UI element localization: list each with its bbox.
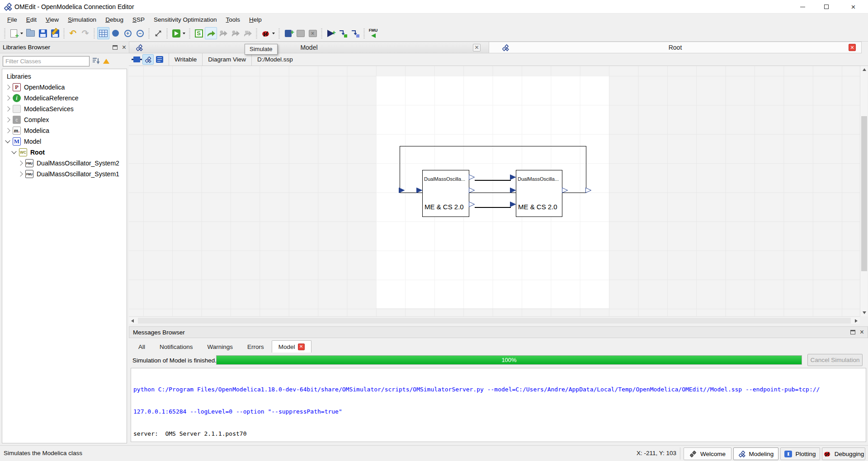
menu-simulation[interactable]: Simulation [63, 14, 101, 25]
component-dualmassoscillator-system1[interactable]: DualMassOscilla... ME & CS 2.0 [422, 170, 469, 217]
open-file-button[interactable] [24, 27, 37, 39]
menu-tools[interactable]: Tools [222, 14, 245, 25]
messages-tab-errors[interactable]: Errors [241, 340, 271, 353]
collapse-chevron-icon[interactable] [11, 149, 16, 154]
menu-ssp[interactable]: SSP [128, 14, 149, 25]
perspective-debugging-button[interactable]: Debugging [822, 447, 865, 460]
perspective-modeling-button[interactable]: Modeling [733, 447, 778, 460]
horizontal-scroll-thumb[interactable] [138, 318, 851, 324]
messages-close-icon[interactable]: × [860, 329, 864, 336]
new-oms-simulation-button[interactable] [282, 27, 294, 39]
fit-to-diagram-button[interactable] [152, 27, 164, 39]
expand-chevron-icon[interactable] [5, 85, 10, 89]
reset-zoom-button[interactable] [109, 27, 122, 39]
output-port-icon[interactable] [562, 188, 568, 193]
vertical-scrollbar[interactable] [860, 66, 868, 316]
redo-button[interactable]: ↷ [79, 27, 91, 39]
save-button[interactable] [37, 27, 49, 39]
save-as-button[interactable] [49, 27, 61, 39]
minimize-button[interactable] [791, 0, 814, 14]
tree-item-model[interactable]: Model [2, 136, 127, 147]
tree-item-modelica[interactable]: Modelica [2, 125, 127, 136]
add-bus-button[interactable] [349, 27, 361, 39]
simulate-algorithmic-debugger-button[interactable] [229, 27, 241, 39]
simulate-button[interactable] [205, 27, 217, 39]
scroll-to-active-icon[interactable] [92, 57, 100, 65]
horizontal-scrollbar[interactable] [129, 316, 860, 324]
expand-chevron-icon[interactable] [5, 117, 10, 122]
import-export-fmu-button[interactable]: FMU [367, 27, 379, 39]
tree-item-dualmassoscillator-system1[interactable]: DualMassOscillator_System1 [2, 169, 127, 179]
connection-line[interactable] [475, 180, 511, 181]
expand-chevron-icon[interactable] [5, 128, 10, 133]
add-submodel-button[interactable] [337, 27, 349, 39]
connection-line[interactable] [475, 207, 511, 208]
menu-help[interactable]: Help [245, 14, 266, 25]
scroll-down-icon[interactable] [863, 311, 866, 314]
output-port-icon[interactable] [469, 174, 475, 180]
tree-item-complex[interactable]: Complex [2, 114, 127, 125]
check-model-button[interactable] [170, 27, 182, 39]
perspective-welcome-button[interactable]: Welcome [684, 447, 731, 460]
expand-chevron-icon[interactable] [5, 95, 10, 100]
zoom-out-button[interactable]: − [134, 27, 146, 39]
diagram-canvas[interactable]: DualMassOscilla... ME & CS 2.0 DualMassO… [129, 66, 860, 316]
messages-tab-all[interactable]: All [132, 340, 152, 353]
system-output-port-icon[interactable] [585, 188, 591, 193]
simulate-transformational-debugger-button[interactable] [217, 27, 229, 39]
filter-classes-input[interactable] [3, 56, 90, 66]
undo-button[interactable]: ↶ [67, 27, 79, 39]
writable-button[interactable]: Writable [173, 56, 198, 63]
tree-item-dualmassoscillator-system2[interactable]: DualMassOscillator_System2 [2, 158, 127, 169]
close-button[interactable]: × [839, 0, 868, 14]
new-model-button[interactable] [8, 27, 20, 39]
check-model-dropdown-icon[interactable] [183, 33, 185, 34]
menu-view[interactable]: View [41, 14, 63, 25]
debug-button[interactable] [259, 27, 272, 39]
debug-dropdown-icon[interactable] [272, 33, 275, 34]
simulation-output-console[interactable]: python C:/Program Files/OpenModelica1.18… [131, 368, 866, 442]
show-grid-button[interactable] [97, 27, 109, 39]
expand-chevron-icon[interactable] [5, 106, 10, 111]
new-model-dropdown-icon[interactable] [20, 33, 23, 34]
tab-model[interactable]: Model ✕ [129, 42, 489, 53]
cancel-simulation-button[interactable]: Cancel Simulation [807, 354, 863, 366]
collapse-all-icon[interactable] [103, 59, 109, 64]
tab-root-close-icon[interactable]: ✕ [849, 44, 856, 51]
zoom-in-button[interactable]: + [122, 27, 134, 39]
simulation-setup-button[interactable]: S [193, 27, 205, 39]
tree-item-modelicareference[interactable]: ModelicaReference [2, 93, 127, 103]
tree-item-modelicaservices[interactable]: ModelicaServices [2, 103, 127, 114]
menu-debug[interactable]: Debug [101, 14, 128, 25]
tree-item-openmodelica[interactable]: OpenModelica [2, 82, 127, 93]
simulate-animation-button[interactable] [241, 27, 254, 39]
messages-tab-notifications[interactable]: Notifications [153, 340, 200, 353]
messages-tab-warnings[interactable]: Warnings [201, 340, 240, 353]
dock-float-icon[interactable] [113, 45, 118, 50]
scroll-left-icon[interactable] [131, 319, 134, 323]
delete-button[interactable]: × [307, 27, 319, 39]
tree-root-label-row[interactable]: Libraries [2, 71, 127, 82]
messages-float-icon[interactable] [850, 330, 855, 334]
text-view-button[interactable] [154, 54, 165, 65]
expand-chevron-icon[interactable] [18, 160, 23, 165]
menu-edit[interactable]: Edit [22, 14, 41, 25]
menu-file[interactable]: File [3, 14, 22, 25]
system-input-port-icon[interactable] [399, 188, 405, 193]
diagram-view-button[interactable] [142, 54, 154, 65]
perspective-plotting-button[interactable]: Plotting [780, 447, 820, 460]
maximize-button[interactable] [814, 0, 839, 14]
messages-tab-close-icon[interactable]: ✕ [298, 343, 305, 350]
tab-root[interactable]: Root ✕ [489, 42, 862, 53]
duplicate-button[interactable] [294, 27, 307, 39]
add-system-button[interactable] [325, 27, 337, 39]
menu-sensitivity-optimization[interactable]: Sensitivity Optimization [149, 14, 222, 25]
scroll-up-icon[interactable] [863, 68, 866, 71]
tree-item-root[interactable]: Root [2, 147, 127, 158]
vertical-scroll-thumb[interactable] [861, 116, 867, 271]
expand-chevron-icon[interactable] [18, 171, 23, 176]
scroll-right-icon[interactable] [855, 319, 858, 323]
messages-tab-model[interactable]: Model ✕ [272, 340, 311, 353]
dock-close-icon[interactable]: × [122, 44, 126, 51]
icon-view-button[interactable] [131, 54, 142, 65]
